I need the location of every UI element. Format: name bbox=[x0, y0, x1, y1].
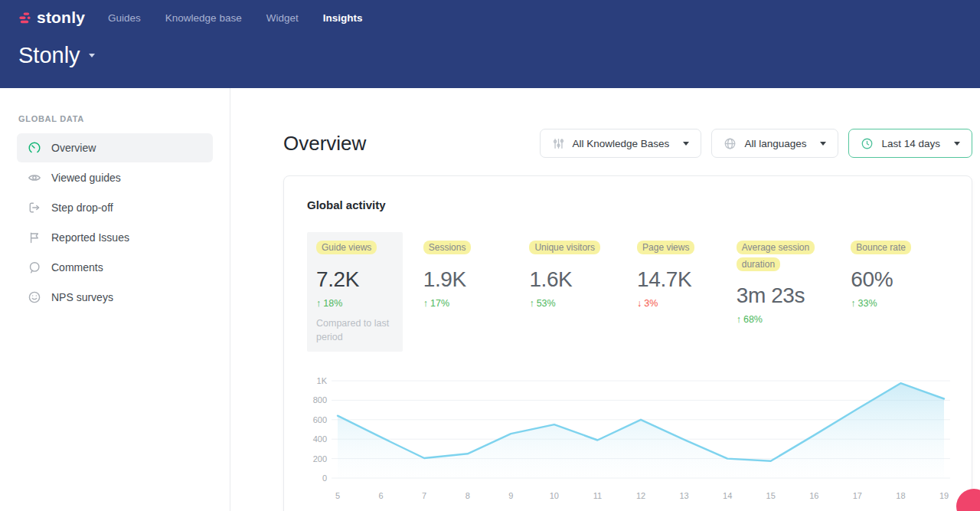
stonly-logo-icon bbox=[18, 11, 31, 25]
filter-label: All Knowledge Bases bbox=[573, 138, 670, 149]
activity-chart-container: 02004006008001K5678910111213141516171819 bbox=[307, 372, 949, 506]
metric-delta: ↑17% bbox=[423, 298, 522, 309]
metric-page-views[interactable]: Page views 14.7K ↓3% bbox=[637, 232, 737, 352]
metric-value: 14.7K bbox=[637, 267, 729, 292]
metric-label: Unique visitors bbox=[529, 241, 600, 254]
svg-text:400: 400 bbox=[313, 434, 327, 444]
sidebar-item-step-drop-off[interactable]: Step drop-off bbox=[17, 193, 213, 222]
stonly-logo[interactable]: stonly bbox=[18, 8, 85, 27]
comment-icon bbox=[28, 260, 41, 274]
nav-item-insights[interactable]: Insights bbox=[323, 9, 363, 27]
metric-value: 60% bbox=[851, 267, 941, 292]
workspace-name: Stonly bbox=[18, 43, 80, 68]
svg-text:8: 8 bbox=[466, 491, 470, 500]
knowledge-bases-filter[interactable]: All Knowledge Bases bbox=[540, 129, 702, 158]
metric-note: Compared to last period bbox=[316, 316, 394, 344]
metric-delta: ↑68% bbox=[737, 314, 844, 325]
trend-arrow-icon: ↑ bbox=[423, 298, 428, 309]
metric-unique-visitors[interactable]: Unique visitors 1.6K ↑53% bbox=[529, 232, 637, 352]
metric-avg-session-duration[interactable]: Average session duration 3m 23s ↑68% bbox=[737, 232, 851, 352]
metric-label: Guide views bbox=[316, 241, 377, 254]
nav-item-knowledge-base[interactable]: Knowledge base bbox=[165, 9, 242, 27]
sidebar-item-reported-issues[interactable]: Reported Issues bbox=[17, 223, 213, 252]
sidebar-item-label: Overview bbox=[51, 142, 96, 154]
metric-label: Bounce rate bbox=[851, 241, 911, 254]
trend-arrow-icon: ↑ bbox=[529, 298, 534, 309]
svg-text:13: 13 bbox=[679, 491, 688, 500]
metrics-row: Guide views 7.2K ↑18% Compared to last p… bbox=[307, 232, 949, 352]
sidebar-item-overview[interactable]: Overview bbox=[17, 133, 213, 162]
svg-text:18: 18 bbox=[896, 491, 905, 500]
date-range-filter[interactable]: Last 14 days bbox=[848, 129, 972, 158]
clock-icon bbox=[861, 137, 874, 150]
metric-value: 7.2K bbox=[316, 267, 394, 292]
svg-text:17: 17 bbox=[853, 491, 862, 500]
logo-text: stonly bbox=[37, 8, 85, 27]
metric-value: 1.6K bbox=[529, 267, 629, 292]
languages-filter[interactable]: All languages bbox=[711, 129, 838, 158]
metric-guide-views[interactable]: Guide views 7.2K ↑18% Compared to last p… bbox=[307, 232, 403, 352]
sliders-icon bbox=[552, 137, 565, 150]
svg-text:19: 19 bbox=[939, 491, 949, 500]
card-title: Global activity bbox=[307, 198, 949, 211]
svg-text:12: 12 bbox=[636, 491, 645, 500]
svg-text:15: 15 bbox=[766, 491, 776, 500]
sidebar-item-label: Step drop-off bbox=[51, 201, 113, 214]
nav-item-guides[interactable]: Guides bbox=[108, 9, 141, 27]
svg-text:800: 800 bbox=[313, 395, 327, 405]
topbar: stonly Guides Knowledge base Widget Insi… bbox=[0, 0, 980, 88]
sidebar: GLOBAL DATA Overview Viewed guides Step … bbox=[0, 88, 230, 511]
svg-text:1K: 1K bbox=[317, 376, 328, 385]
trend-arrow-icon: ↓ bbox=[637, 298, 642, 309]
svg-text:16: 16 bbox=[809, 491, 818, 500]
metric-value: 1.9K bbox=[423, 267, 522, 292]
page-title: Overview bbox=[283, 132, 366, 156]
sidebar-item-label: Reported Issues bbox=[51, 231, 129, 244]
svg-text:0: 0 bbox=[322, 473, 327, 483]
chevron-down-icon bbox=[683, 142, 689, 146]
filter-label: All languages bbox=[744, 138, 806, 149]
smiley-icon bbox=[28, 290, 41, 304]
metric-delta: ↑33% bbox=[851, 298, 941, 309]
sidebar-item-viewed-guides[interactable]: Viewed guides bbox=[17, 163, 213, 192]
sidebar-item-comments[interactable]: Comments bbox=[17, 253, 213, 282]
metric-value: 3m 23s bbox=[737, 283, 844, 308]
content-area: Overview All Knowledge Bases bbox=[230, 88, 980, 511]
metric-label: Average session duration bbox=[737, 241, 815, 271]
filter-label: Last 14 days bbox=[881, 138, 940, 149]
sidebar-item-label: Comments bbox=[51, 261, 103, 274]
sidebar-item-label: Viewed guides bbox=[51, 172, 121, 184]
chevron-down-icon bbox=[820, 142, 826, 146]
svg-text:5: 5 bbox=[335, 491, 340, 500]
svg-text:6: 6 bbox=[379, 491, 384, 500]
main-layout: GLOBAL DATA Overview Viewed guides Step … bbox=[0, 88, 980, 511]
metric-sessions[interactable]: Sessions 1.9K ↑17% bbox=[423, 232, 530, 352]
metric-label: Page views bbox=[637, 241, 694, 254]
metric-bounce-rate[interactable]: Bounce rate 60% ↑33% bbox=[851, 232, 949, 352]
metric-delta: ↓3% bbox=[637, 298, 729, 309]
sidebar-section-label: GLOBAL DATA bbox=[0, 114, 230, 123]
nav-item-widget[interactable]: Widget bbox=[266, 9, 299, 27]
trend-arrow-icon: ↑ bbox=[851, 298, 855, 309]
activity-area-chart: 02004006008001K5678910111213141516171819 bbox=[307, 372, 950, 506]
flag-icon bbox=[28, 231, 41, 244]
content-header: Overview All Knowledge Bases bbox=[283, 129, 972, 158]
sidebar-item-nps-surveys[interactable]: NPS surveys bbox=[17, 283, 213, 312]
exit-icon bbox=[28, 201, 41, 215]
eye-icon bbox=[28, 171, 41, 185]
chevron-down-icon bbox=[89, 54, 95, 57]
chevron-down-icon bbox=[954, 142, 960, 146]
svg-text:7: 7 bbox=[422, 491, 426, 500]
svg-text:14: 14 bbox=[723, 491, 732, 500]
filters-row: All Knowledge Bases All languages bbox=[540, 129, 972, 158]
workspace-switcher[interactable]: Stonly bbox=[18, 43, 95, 68]
trend-arrow-icon: ↑ bbox=[316, 298, 321, 309]
svg-text:9: 9 bbox=[508, 491, 513, 500]
gauge-icon bbox=[28, 141, 41, 155]
metric-delta: ↑53% bbox=[529, 298, 629, 309]
global-activity-card: Global activity Guide views 7.2K ↑18% Co… bbox=[283, 175, 972, 511]
svg-text:600: 600 bbox=[313, 415, 327, 424]
svg-text:200: 200 bbox=[313, 454, 327, 463]
globe-icon bbox=[724, 137, 737, 150]
svg-text:10: 10 bbox=[550, 491, 559, 500]
